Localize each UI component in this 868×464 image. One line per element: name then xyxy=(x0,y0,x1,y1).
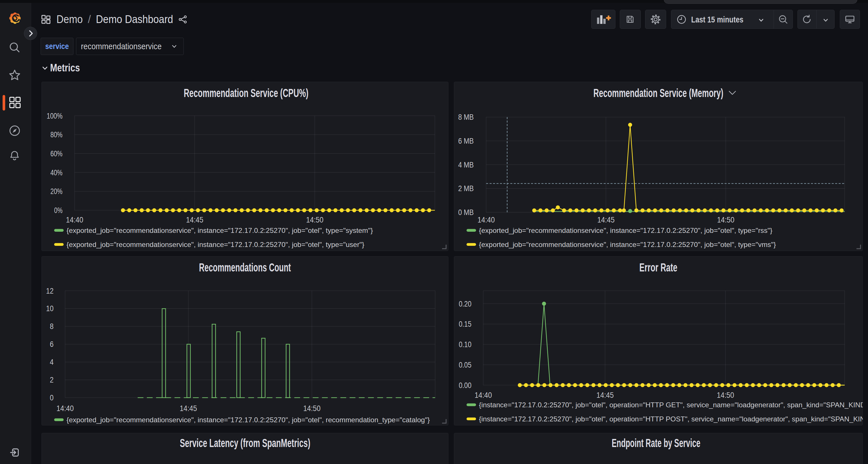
svg-text:4: 4 xyxy=(50,358,54,366)
svg-text:4 MB: 4 MB xyxy=(458,161,474,169)
svg-text:0.15: 0.15 xyxy=(459,320,471,328)
svg-text:0.05: 0.05 xyxy=(459,361,471,369)
svg-text:Service Latency (from SpanMetr: Service Latency (from SpanMetrics) xyxy=(180,437,310,449)
svg-text:{exported_job="recommendations: {exported_job="recommendationservice", i… xyxy=(66,227,373,234)
svg-text:Recommendation Service (CPU%): Recommendation Service (CPU%) xyxy=(184,87,308,99)
svg-text:14:40: 14:40 xyxy=(475,391,492,400)
svg-text:14:45: 14:45 xyxy=(186,216,203,224)
svg-text:10: 10 xyxy=(46,304,54,313)
svg-text:14:50: 14:50 xyxy=(717,216,734,224)
svg-text:80%: 80% xyxy=(51,130,62,139)
svg-text:0 MB: 0 MB xyxy=(458,208,474,217)
svg-text:{exported_job="recommendations: {exported_job="recommendationservice", i… xyxy=(66,416,430,424)
svg-text:14:40: 14:40 xyxy=(477,216,495,224)
svg-text:14:40: 14:40 xyxy=(57,404,74,413)
svg-text:14:50: 14:50 xyxy=(717,391,734,400)
svg-text:14:45: 14:45 xyxy=(596,391,614,400)
svg-text:2: 2 xyxy=(50,376,54,384)
svg-text:0.00: 0.00 xyxy=(459,381,471,390)
svg-text:14:45: 14:45 xyxy=(597,216,615,224)
svg-text:14:50: 14:50 xyxy=(306,216,323,224)
svg-text:0: 0 xyxy=(50,394,54,402)
svg-text:{instance="172.17.0.2:25270",: {instance="172.17.0.2:25270", job="otel"… xyxy=(479,415,863,423)
svg-text:60%: 60% xyxy=(51,150,62,158)
svg-text:Endpoint Rate by Service: Endpoint Rate by Service xyxy=(612,437,701,449)
svg-text:2 MB: 2 MB xyxy=(458,184,474,193)
svg-text:Recommendation Service (Memory: Recommendation Service (Memory) xyxy=(593,87,723,99)
svg-text:{exported_job="recommendations: {exported_job="recommendationservice", i… xyxy=(66,241,364,248)
svg-text:0.20: 0.20 xyxy=(459,300,471,308)
svg-text:14:50: 14:50 xyxy=(303,404,320,413)
svg-text:6: 6 xyxy=(50,340,54,349)
svg-text:12: 12 xyxy=(46,287,54,295)
svg-text:{exported_job="recommendations: {exported_job="recommendationservice", i… xyxy=(479,227,772,234)
svg-text:40%: 40% xyxy=(51,168,62,177)
svg-text:{instance="172.17.0.2:25270",: {instance="172.17.0.2:25270", job="otel"… xyxy=(479,401,863,409)
svg-text:Recommendations Count: Recommendations Count xyxy=(199,261,291,274)
svg-text:8 MB: 8 MB xyxy=(458,113,474,122)
svg-text:{exported_job="recommendations: {exported_job="recommendationservice", i… xyxy=(479,241,776,248)
svg-text:6 MB: 6 MB xyxy=(458,137,474,145)
svg-text:0%: 0% xyxy=(54,206,62,215)
svg-text:14:40: 14:40 xyxy=(66,216,83,224)
svg-text:14:45: 14:45 xyxy=(180,404,197,413)
svg-text:20%: 20% xyxy=(51,187,62,196)
svg-text:100%: 100% xyxy=(46,112,62,120)
svg-text:0.10: 0.10 xyxy=(459,340,471,349)
svg-text:8: 8 xyxy=(50,322,54,331)
svg-text:Error Rate: Error Rate xyxy=(639,261,677,274)
